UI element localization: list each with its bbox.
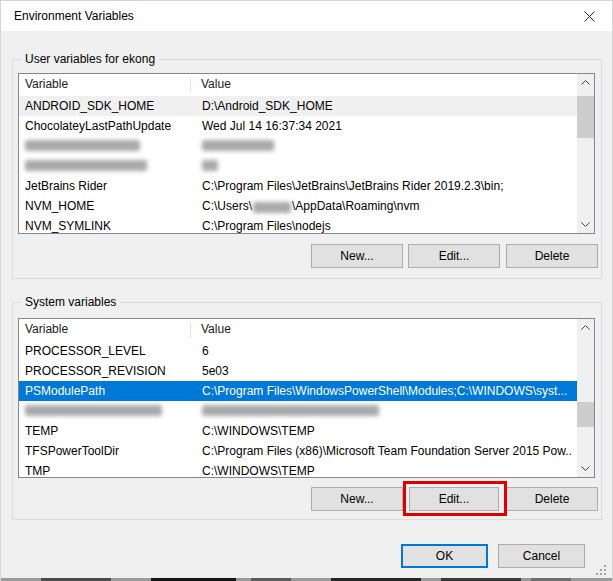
column-divider[interactable] [190, 322, 191, 338]
variable-cell[interactable]: PROCESSOR_REVISION [19, 361, 191, 381]
redacted-text [25, 140, 140, 151]
redacted-text [25, 405, 162, 416]
system-table-header[interactable]: VariableValue [19, 319, 594, 341]
variable-cell[interactable]: ChocolateyLastPathUpdate [19, 116, 191, 136]
scroll-up-icon[interactable] [577, 319, 594, 336]
redacted-text [253, 202, 291, 213]
table-row[interactable]: NVM_SYMLINKC:\Program Files\nodejs [19, 216, 577, 234]
system-variables-group-label: System variables [21, 295, 120, 309]
value-cell[interactable] [191, 156, 571, 176]
window-title: Environment Variables [14, 1, 134, 31]
user-delete-button[interactable]: Delete [506, 244, 598, 268]
variable-cell[interactable]: TMP [19, 461, 191, 478]
system-new-button[interactable]: New... [311, 487, 403, 511]
redacted-text [202, 405, 379, 416]
value-cell[interactable]: D:\Android_SDK_HOME [191, 96, 571, 116]
value-cell[interactable]: C:\Program Files\nodejs [191, 216, 571, 234]
table-row[interactable]: TEMPC:\WINDOWS\TEMP [19, 421, 577, 441]
variable-cell[interactable]: NVM_HOME [19, 196, 191, 216]
column-header-value[interactable]: Value [190, 74, 570, 95]
value-cell[interactable] [191, 401, 571, 421]
user-new-button[interactable]: New... [311, 244, 403, 268]
table-row[interactable]: PROCESSOR_LEVEL6 [19, 341, 577, 361]
user-table-scrollbar[interactable] [577, 74, 594, 233]
value-cell[interactable]: C:\Program Files (x86)\Microsoft Team Fo… [191, 441, 571, 461]
scrollbar-thumb[interactable] [577, 96, 594, 138]
value-cell[interactable]: Wed Jul 14 16:37:34 2021 [191, 116, 571, 136]
scroll-down-icon[interactable] [577, 460, 594, 477]
system-variables-table[interactable]: VariableValue PROCESSOR_LEVEL6PROCESSOR_… [18, 318, 595, 478]
column-divider[interactable] [190, 77, 191, 93]
table-row[interactable]: TFSPowerToolDirC:\Program Files (x86)\Mi… [19, 441, 577, 461]
variable-cell[interactable] [19, 136, 191, 156]
value-cell[interactable]: C:\WINDOWS\TEMP [191, 421, 571, 441]
scroll-up-icon[interactable] [577, 74, 594, 91]
variable-cell[interactable]: TFSPowerToolDir [19, 441, 191, 461]
value-cell[interactable]: 6 [191, 341, 571, 361]
environment-variables-dialog: Environment Variables User variables for… [0, 0, 613, 581]
value-cell[interactable]: C:\Program Files\JetBrains\JetBrains Rid… [191, 176, 571, 196]
table-row[interactable]: TMPC:\WINDOWS\TEMP [19, 461, 577, 478]
close-icon [584, 11, 595, 22]
scroll-down-icon[interactable] [577, 216, 594, 233]
resize-grip-icon[interactable] [596, 565, 606, 575]
cancel-button[interactable]: Cancel [498, 544, 585, 568]
redacted-text [202, 140, 274, 151]
variable-cell[interactable] [19, 401, 191, 421]
table-row[interactable]: ChocolateyLastPathUpdateWed Jul 14 16:37… [19, 116, 577, 136]
value-cell[interactable]: C:\Program Files\WindowsPowerShell\Modul… [191, 381, 571, 401]
redacted-text [202, 160, 218, 171]
column-header-value[interactable]: Value [190, 319, 570, 340]
table-row[interactable]: JetBrains RiderC:\Program Files\JetBrain… [19, 176, 577, 196]
table-row[interactable]: NVM_HOMEC:\Users\\AppData\Roaming\nvm [19, 196, 577, 216]
scrollbar-thumb[interactable] [577, 402, 594, 427]
table-row[interactable] [19, 156, 577, 176]
variable-cell[interactable]: ANDROID_SDK_HOME [19, 96, 191, 116]
table-row[interactable]: ANDROID_SDK_HOMED:\Android_SDK_HOME [19, 96, 577, 116]
table-row[interactable] [19, 136, 577, 156]
redacted-text [25, 160, 147, 171]
variable-cell[interactable]: PSModulePath [19, 381, 191, 401]
ok-button[interactable]: OK [401, 544, 488, 568]
table-row[interactable] [19, 401, 577, 421]
user-table-header[interactable]: VariableValue [19, 74, 594, 96]
variable-cell[interactable]: PROCESSOR_LEVEL [19, 341, 191, 361]
column-header-variable[interactable]: Variable [19, 74, 190, 95]
user-variables-table[interactable]: VariableValue ANDROID_SDK_HOMED:\Android… [18, 73, 595, 234]
system-table-body: PROCESSOR_LEVEL6PROCESSOR_REVISION5e03PS… [19, 341, 577, 478]
variable-cell[interactable]: TEMP [19, 421, 191, 441]
title-bar[interactable]: Environment Variables [1, 1, 612, 31]
column-header-variable[interactable]: Variable [19, 319, 190, 340]
user-variables-group-label: User variables for ekong [21, 52, 159, 66]
system-delete-button[interactable]: Delete [506, 487, 598, 511]
user-edit-button[interactable]: Edit... [408, 244, 500, 268]
variable-cell[interactable]: JetBrains Rider [19, 176, 191, 196]
table-row[interactable]: PSModulePathC:\Program Files\WindowsPowe… [19, 381, 577, 401]
value-cell[interactable]: C:\WINDOWS\TEMP [191, 461, 571, 478]
value-cell[interactable]: 5e03 [191, 361, 571, 381]
table-row[interactable]: PROCESSOR_REVISION5e03 [19, 361, 577, 381]
variable-cell[interactable]: NVM_SYMLINK [19, 216, 191, 234]
system-edit-button[interactable]: Edit... [409, 487, 499, 511]
value-cell[interactable] [191, 136, 571, 156]
close-button[interactable] [567, 1, 612, 31]
user-table-body: ANDROID_SDK_HOMED:\Android_SDK_HOMEChoco… [19, 96, 577, 234]
value-cell[interactable]: C:\Users\\AppData\Roaming\nvm [191, 196, 571, 216]
variable-cell[interactable] [19, 156, 191, 176]
system-table-scrollbar[interactable] [577, 319, 594, 477]
